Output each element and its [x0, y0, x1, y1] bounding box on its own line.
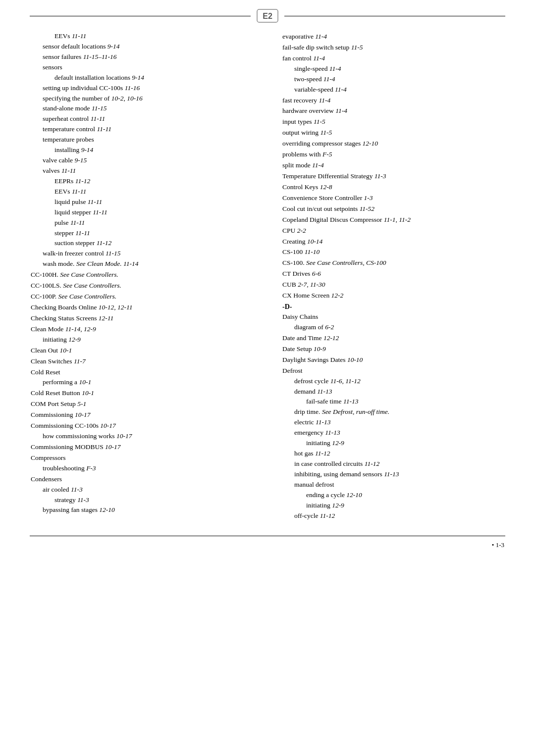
index-entry: defrost cycle 11-6, 11-12 [282, 376, 504, 387]
index-entry: Clean Mode 11-14, 12-9 [31, 324, 253, 335]
index-entry: troubleshooting F-3 [31, 463, 253, 474]
index-entry: Cold Reset Button 10-1 [31, 388, 253, 399]
index-entry: variable-speed 11-4 [282, 85, 504, 95]
index-entry: Defrost [282, 366, 504, 376]
index-entry: overriding compressor stages 12-10 [282, 139, 504, 149]
index-entry: CS-100 11-10 [282, 247, 504, 257]
index-entry: demand 11-13 [282, 387, 504, 397]
index-entry: Daylight Savings Dates 10-10 [282, 355, 504, 365]
right-column: evaporative 11-4fail-safe dip switch set… [277, 31, 504, 521]
bottom-rule [30, 536, 505, 536]
index-entry: air cooled 11-3 [31, 485, 253, 495]
index-entry: Checking Status Screens 12-11 [31, 313, 253, 324]
index-entry: Compressors [31, 453, 253, 463]
index-entry: -D- [282, 303, 504, 311]
index-entry: walk-in freezer control 11-15 [31, 249, 253, 259]
index-entry: specifying the number of 10-2, 10-16 [31, 94, 253, 104]
index-entry: EEVs 11-11 [31, 31, 253, 42]
index-entry: Copeland Digital Discus Compressor 11-1,… [282, 215, 504, 225]
index-entry: strategy 11-3 [31, 495, 253, 505]
index-entry: Control Keys 12-8 [282, 182, 504, 193]
index-entry: Cold Reset [31, 367, 253, 378]
index-entry: EEPRs 11-12 [31, 176, 253, 187]
index-entry: installing 9-14 [31, 145, 253, 155]
index-entry: off-cycle 11-12 [282, 511, 504, 521]
index-entry: stand-alone mode 11-15 [31, 103, 253, 114]
index-entry: Creating 10-14 [282, 237, 504, 247]
index-entry: EEVs 11-11 [31, 187, 253, 197]
index-entry: hot gas 11-12 [282, 449, 504, 459]
index-entry: superheat control 11-11 [31, 114, 253, 124]
index-entry: how commissioning works 10-17 [31, 431, 253, 442]
index-entry: temperature control 11-11 [31, 124, 253, 135]
index-entry: two-speed 11-4 [282, 74, 504, 85]
index-entry: electric 11-13 [282, 417, 504, 428]
index-entry: emergency 11-13 [282, 428, 504, 438]
index-entry: manual defrost [282, 480, 504, 490]
index-entry: liquid stepper 11-11 [31, 207, 253, 218]
index-entry: split mode 11-4 [282, 160, 504, 171]
index-entry: hardware overview 11-4 [282, 106, 504, 116]
index-entry: Commissioning MODBUS 10-17 [31, 442, 253, 453]
index-entry: fail-safe dip switch setup 11-5 [282, 43, 504, 53]
index-entry: valves 11-11 [31, 166, 253, 176]
index-entry: sensor default locations 9-14 [31, 42, 253, 52]
page-container: E2 EEVs 11-11sensor default locations 9-… [0, 16, 535, 756]
index-entry: Convenience Store Controller 1-3 [282, 193, 504, 203]
index-entry: fail-safe time 11-13 [282, 397, 504, 407]
index-entry: wash mode. See Clean Mode. 11-14 [31, 259, 253, 269]
index-entry: performing a 10-1 [31, 377, 253, 388]
index-entry: Condensers [31, 474, 253, 485]
index-entry: drip time. See Defrost, run-off time. [282, 407, 504, 417]
index-entry: inhibiting, using demand sensors 11-13 [282, 469, 504, 480]
index-entry: single-speed 11-4 [282, 64, 504, 74]
index-entry: problems with F-5 [282, 150, 504, 160]
index-entry: setting up individual CC-100s 11-16 [31, 83, 253, 94]
index-entry: CS-100. See Case Controllers, CS-100 [282, 258, 504, 268]
index-entry: Checking Boards Online 10-12, 12-11 [31, 302, 253, 313]
index-entry: temperature probes [31, 135, 253, 145]
index-entry: default installation locations 9-14 [31, 73, 253, 83]
index-entry: Date and Time 12-12 [282, 333, 504, 344]
index-entry: suction stepper 11-12 [31, 238, 253, 249]
index-entry: initiating 12-9 [282, 438, 504, 449]
index-entry: COM Port Setup 5-1 [31, 399, 253, 409]
index-entry: fan control 11-4 [282, 53, 504, 64]
index-entry: Clean Switches 11-7 [31, 356, 253, 367]
index-entry: sensors [31, 62, 253, 73]
index-entry: CC-100P. See Case Controllers. [31, 292, 253, 302]
svg-text:E2: E2 [263, 12, 272, 20]
index-entry: initiating 12-9 [282, 501, 504, 511]
index-entry: Commissioning 10-17 [31, 410, 253, 420]
index-entry: evaporative 11-4 [282, 32, 504, 42]
page-number: • 1-3 [492, 541, 504, 549]
index-entry: output wiring 11-5 [282, 128, 504, 138]
content-area: EEVs 11-11sensor default locations 9-14s… [0, 31, 535, 521]
index-entry: pulse 11-11 [31, 218, 253, 228]
index-entry: liquid pulse 11-11 [31, 197, 253, 207]
index-entry: Daisy Chains [282, 312, 504, 322]
index-entry: in case controlled circuits 11-12 [282, 459, 504, 469]
index-entry: initiating 12-9 [31, 335, 253, 345]
index-entry: CC-100LS. See Case Controllers. [31, 281, 253, 291]
index-entry: input types 11-5 [282, 117, 504, 127]
index-entry: bypassing fan stages 12-10 [31, 505, 253, 515]
index-entry: ending a cycle 12-10 [282, 490, 504, 501]
index-entry: sensor failures 11-15–11-16 [31, 52, 253, 62]
index-entry: diagram of 6-2 [282, 322, 504, 333]
index-entry: valve cable 9-15 [31, 155, 253, 166]
index-entry: Clean Out 10-1 [31, 346, 253, 356]
index-entry: Commissioning CC-100s 10-17 [31, 421, 253, 431]
index-entry: CC-100H. See Case Controllers. [31, 270, 253, 280]
index-entry: Cool cut in/cut out setpoints 11-52 [282, 204, 504, 214]
index-entry: Date Setup 10-9 [282, 344, 504, 354]
index-entry: CUB 2-7, 11-30 [282, 280, 504, 290]
index-entry: CPU 2-2 [282, 226, 504, 236]
index-entry: fast recovery 11-4 [282, 96, 504, 106]
index-entry: CT Drives 6-6 [282, 269, 504, 279]
e2-logo-icon: E2 [257, 9, 278, 23]
page-footer: • 1-3 [0, 541, 535, 549]
index-entry: CX Home Screen 12-2 [282, 291, 504, 301]
index-entry: stepper 11-11 [31, 228, 253, 239]
left-column: EEVs 11-11sensor default locations 9-14s… [31, 31, 258, 521]
